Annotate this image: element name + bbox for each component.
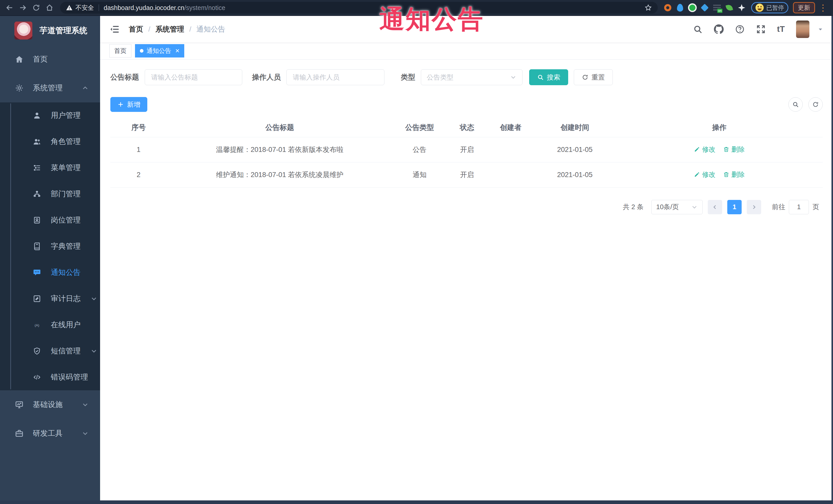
refresh-table-button[interactable]	[808, 97, 823, 112]
chevron-down-icon	[90, 347, 97, 355]
plus-icon	[117, 101, 124, 108]
sidebar-logo-row[interactable]: 芋道管理系统	[0, 16, 100, 45]
pagination: 共 2 条 10条/页 1 前往 页	[110, 200, 823, 214]
sidebar-item-role[interactable]: 角色管理	[0, 128, 100, 155]
browser-home-icon[interactable]	[44, 2, 55, 14]
caret-down-icon[interactable]	[817, 26, 824, 32]
sidebar-item-post[interactable]: 岗位管理	[0, 207, 100, 233]
sidebar-item-system[interactable]: 系统管理	[0, 74, 100, 102]
browser-reload-icon[interactable]	[30, 2, 42, 14]
main-area: 首页/系统管理/通知公告 tT 首页通知公告× 公告标题 操作人员 类型	[100, 16, 833, 504]
browser-back-icon[interactable]	[4, 2, 16, 14]
delete-link[interactable]: 删除	[723, 170, 745, 179]
profile-paused-badge[interactable]: 已暂停	[751, 2, 788, 13]
search-icon[interactable]	[693, 24, 703, 34]
sidebar-item-label: 菜单管理	[51, 163, 89, 173]
notice-title-input[interactable]	[145, 69, 242, 85]
user-avatar[interactable]	[796, 21, 809, 38]
tab-通知公告[interactable]: 通知公告×	[135, 44, 184, 57]
extension-green-icon[interactable]	[687, 2, 698, 13]
sidebar-item-audit-log[interactable]: 审计日志	[0, 286, 100, 312]
tab-首页[interactable]: 首页	[109, 44, 132, 57]
warning-icon	[66, 4, 73, 11]
sidebar-item-label: 部门管理	[51, 189, 89, 199]
notice-type-select[interactable]: 公告类型	[421, 69, 523, 85]
extension-puzzle-icon[interactable]	[736, 2, 747, 13]
sidebar: 芋道管理系统 首页系统管理用户管理角色管理菜单管理部门管理岗位管理字典管理通知公…	[0, 16, 100, 504]
toggle-search-button[interactable]	[788, 97, 803, 112]
table-row: 1温馨提醒：2018-07-01 若依新版本发布啦公告开启2021-01-05修…	[110, 137, 823, 162]
address-bar[interactable]: 不安全 dashboard.yudao.iocoder.cn /system/n…	[60, 2, 658, 14]
cell-title: 温馨提醒：2018-07-01 若依新版本发布啦	[167, 137, 392, 162]
bookmark-star-icon[interactable]	[644, 4, 652, 11]
edit-icon	[694, 146, 700, 152]
extension-stack-icon[interactable]	[712, 2, 722, 13]
fullscreen-icon[interactable]	[756, 24, 766, 34]
total-count: 共 2 条	[623, 202, 644, 212]
sidebar-item-label: 岗位管理	[51, 215, 89, 225]
text-size-control[interactable]: tT	[777, 24, 785, 34]
edit-link[interactable]: 修改	[694, 170, 715, 179]
sidebar-item-label: 用户管理	[51, 110, 89, 121]
help-icon[interactable]	[735, 24, 745, 34]
page-size-select[interactable]: 10条/页	[651, 200, 703, 214]
reset-button[interactable]: 重置	[574, 69, 613, 85]
cell-status: 开启	[447, 137, 487, 162]
breadcrumb-separator: /	[148, 25, 150, 33]
sidebar-item-menu[interactable]: 菜单管理	[0, 155, 100, 181]
next-page-button[interactable]	[747, 200, 761, 214]
sidebar-item-label: 短信管理	[51, 346, 80, 356]
browser-update-button[interactable]: 更新	[793, 2, 815, 13]
chevron-down-icon	[81, 430, 89, 437]
sidebar-item-label: 字典管理	[51, 241, 89, 251]
chevron-down-icon	[510, 74, 517, 80]
browser-menu-kebab-icon[interactable]: ⋮	[816, 3, 829, 12]
paused-label: 已暂停	[766, 4, 784, 12]
tags-view-bar: 首页通知公告×	[100, 42, 833, 59]
sidebar-item-online-user[interactable]: (A)在线用户	[0, 312, 100, 338]
page-unit-label: 页	[812, 202, 819, 212]
sidebar-item-sms[interactable]: 短信管理	[0, 338, 100, 364]
cell-creator	[487, 137, 534, 162]
github-icon[interactable]	[714, 24, 724, 34]
breadcrumb-item[interactable]: 系统管理	[156, 24, 184, 34]
extension-gem-icon[interactable]	[699, 2, 710, 13]
online-icon: (A)	[33, 321, 41, 329]
sidebar-item-dict[interactable]: 字典管理	[0, 233, 100, 260]
infra-icon	[15, 400, 24, 409]
extension-orange-icon[interactable]	[662, 2, 673, 13]
sidebar-item-devtools[interactable]: 研发工具	[0, 419, 100, 448]
breadcrumb-item[interactable]: 首页	[129, 24, 143, 34]
tab-label: 首页	[114, 47, 126, 55]
search-button[interactable]: 搜索	[529, 69, 568, 85]
cell-seq: 1	[110, 137, 167, 162]
tab-label: 通知公告	[146, 47, 171, 55]
org-icon	[33, 190, 41, 198]
prev-page-button[interactable]	[708, 200, 722, 214]
sidebar-item-notice[interactable]: 通知公告	[0, 260, 100, 286]
app-frame: 芋道管理系统 首页系统管理用户管理角色管理菜单管理部门管理岗位管理字典管理通知公…	[0, 16, 833, 504]
sidebar-item-infra[interactable]: 基础设施	[0, 390, 100, 419]
browser-forward-icon[interactable]	[17, 2, 29, 14]
cell-creator	[487, 162, 534, 187]
current-page-button[interactable]: 1	[727, 200, 742, 214]
add-button[interactable]: 新增	[110, 97, 147, 112]
cell-seq: 2	[110, 162, 167, 187]
extension-sprout-icon[interactable]	[724, 2, 735, 13]
column-header: 公告类型	[392, 118, 447, 137]
sidebar-item-error-code[interactable]: 错误码管理	[0, 364, 100, 390]
home-icon	[15, 55, 24, 64]
cell-title: 维护通知：2018-07-01 若依系统凌晨维护	[167, 162, 392, 187]
column-header: 创建者	[487, 118, 534, 137]
delete-link[interactable]: 删除	[723, 145, 745, 154]
sidebar-item-user[interactable]: 用户管理	[0, 102, 100, 128]
operator-input[interactable]	[286, 69, 384, 85]
goto-page-input[interactable]	[789, 200, 809, 214]
edit-link[interactable]: 修改	[694, 145, 715, 154]
cell-created: 2021-01-05	[534, 162, 616, 187]
sidebar-item-home[interactable]: 首页	[0, 45, 100, 74]
sidebar-collapse-icon[interactable]	[109, 24, 120, 34]
close-icon[interactable]: ×	[175, 47, 180, 54]
extension-drop-icon[interactable]	[675, 2, 686, 13]
sidebar-item-dept[interactable]: 部门管理	[0, 181, 100, 207]
